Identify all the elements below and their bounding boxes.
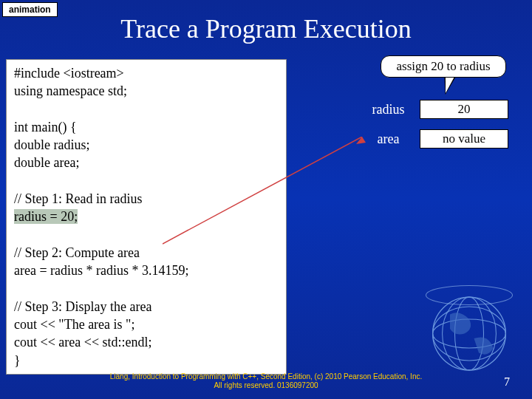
table-row: radius 20 [357,100,508,119]
code-line [14,280,279,298]
code-line: // Step 3: Display the area [14,298,279,316]
footer-line: All rights reserved. 0136097200 [0,381,532,390]
code-line: cout << area << std::endl; [14,333,279,351]
svg-point-6 [443,297,497,370]
table-row: area no value [357,129,508,149]
slide-title: Trace a Program Execution [0,13,532,44]
var-value: 20 [420,100,508,119]
code-block: #include <iostream> using namespace std;… [6,59,287,375]
footer-citation: Liang, Introduction to Programming with … [0,372,532,390]
footer-line: Liang, Introduction to Programming with … [0,372,532,381]
var-value: no value [420,129,508,149]
code-line [14,226,279,244]
variable-table: radius 20 area no value [357,100,508,159]
code-line: #include <iostream> [14,64,279,82]
code-line: double radius; [14,136,279,154]
code-line [14,172,279,190]
code-line: // Step 2: Compute area [14,244,279,262]
svg-point-2 [433,297,506,370]
code-line [14,100,279,118]
code-line: cout << "The area is "; [14,316,279,333]
code-line: using namespace std; [14,82,279,100]
svg-point-7 [426,286,513,305]
var-label: radius [357,102,420,117]
code-line: area = radius * radius * 3.14159; [14,262,279,279]
code-line: double area; [14,154,279,171]
globe-icon [421,281,517,377]
callout-bubble: assign 20 to radius [381,55,506,78]
var-label: area [357,132,420,147]
svg-point-4 [433,307,506,361]
code-line: } [14,352,279,369]
code-line: // Step 1: Read in radius [14,190,279,208]
code-line: int main() { [14,118,279,136]
page-number: 7 [504,375,510,389]
code-line-highlight: radius = 20; [14,208,279,225]
